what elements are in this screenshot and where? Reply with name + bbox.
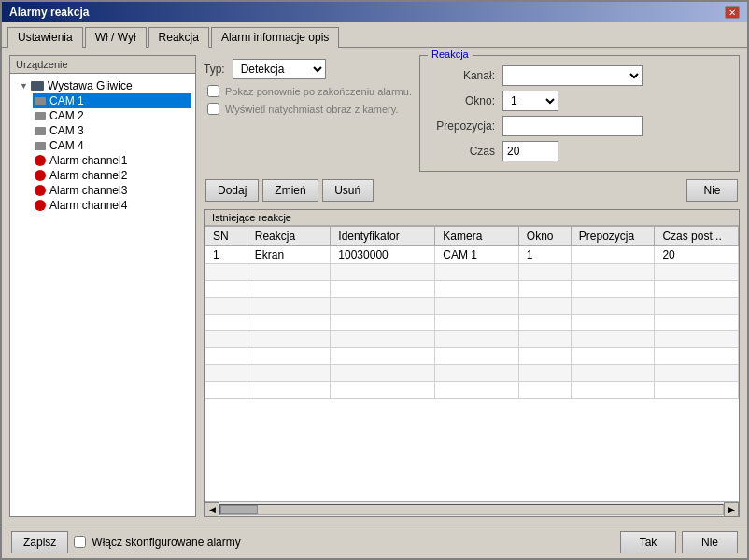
prepozycja-input[interactable]: [502, 116, 643, 136]
reakcja-form: Kanał: Okno: 1234 Prepozycja:: [430, 65, 729, 161]
bottom-right: Tak Nie: [620, 531, 738, 553]
col-reakcja: Reakcja: [247, 227, 331, 246]
checkbox2-input[interactable]: [207, 103, 219, 115]
camera-icon-2: [35, 112, 46, 120]
bottom-checkbox-label: Włącz skonfigurowane alarmy: [92, 536, 240, 549]
checkboxes-section: Pokaz ponownie po zakończeniu alarmu. Wy…: [204, 85, 412, 115]
checkbox2-label: Wyświetl natychmiast obraz z kamery.: [225, 104, 399, 115]
alarm-icon-3: [35, 185, 46, 196]
tree-alarm2[interactable]: Alarm channel2: [33, 168, 191, 183]
tab-wl-wyl[interactable]: Wł / Wył: [85, 27, 147, 48]
cell-kamera: CAM 1: [435, 246, 519, 264]
col-kamera: Kamera: [435, 227, 519, 246]
table-row: [205, 281, 739, 298]
prepozycja-control: [502, 116, 729, 136]
table-row: [205, 365, 739, 382]
tree-cam1-label: CAM 1: [49, 94, 84, 107]
table-header-row: SN Reakcja Identyfikator Kamera Okno Pre…: [205, 227, 739, 246]
window-title: Alarmy reakcja: [9, 6, 89, 19]
scroll-right-button[interactable]: ▶: [724, 502, 739, 517]
alarm-icon-1: [35, 155, 46, 166]
typ-select[interactable]: DetekcjaAlarmRuch: [233, 59, 326, 79]
okno-label: Okno:: [430, 94, 495, 107]
tree-cam3[interactable]: CAM 3: [33, 123, 191, 138]
typ-section: Typ: DetekcjaAlarmRuch Pokaz ponownie po…: [204, 55, 412, 115]
h-scrollbar-track[interactable]: [219, 504, 724, 515]
czas-label: Czas: [430, 145, 495, 158]
checkbox1-input[interactable]: [207, 85, 219, 97]
cell-okno: 1: [518, 246, 571, 264]
tree-cam3-label: CAM 3: [49, 124, 84, 137]
table-row[interactable]: 1 Ekran 10030000 CAM 1 1 20: [205, 246, 739, 264]
existing-reactions-panel: Istniejące reakcje SN Reakcja Identyfika…: [204, 209, 740, 517]
typ-label: Typ:: [204, 63, 225, 76]
camera-icon-1: [35, 97, 46, 105]
okno-select[interactable]: 1234: [502, 91, 558, 111]
col-czas-post: Czas post...: [655, 227, 739, 246]
scroll-left-button[interactable]: ◀: [205, 502, 219, 517]
zapisz-button[interactable]: Zapisz: [11, 531, 68, 553]
table-row: [205, 298, 739, 315]
table-row: [205, 264, 739, 281]
cell-prepozycja: [571, 246, 655, 264]
tak-button[interactable]: Tak: [620, 531, 676, 553]
tree-alarm3-label: Alarm channel3: [49, 184, 127, 197]
tree-alarm1[interactable]: Alarm channel1: [33, 153, 191, 168]
cell-czas-post: 20: [655, 246, 739, 264]
reakcja-group-title: Reakcja: [428, 49, 473, 60]
cell-identyfikator: 10030000: [331, 246, 435, 264]
tab-alarm-info[interactable]: Alarm informacje opis: [211, 27, 339, 48]
table-row: [205, 315, 739, 331]
cell-sn: 1: [205, 246, 247, 264]
main-window: Alarmy reakcja ✕ Ustawienia Wł / Wył Rea…: [0, 0, 749, 560]
tree-root-label: Wystawa Gliwice: [48, 79, 133, 92]
tabs-bar: Ustawienia Wł / Wył Reakcja Alarm inform…: [2, 22, 747, 48]
kanal-select[interactable]: [502, 65, 643, 86]
bottom-bar: Zapisz Włącz skonfigurowane alarmy Tak N…: [2, 525, 747, 558]
right-content: Typ: DetekcjaAlarmRuch Pokaz ponownie po…: [204, 55, 740, 517]
device-panel: Urządzenie ▼ Wystawa Gliwice: [9, 55, 196, 517]
table-scroll-area[interactable]: SN Reakcja Identyfikator Kamera Okno Pre…: [205, 226, 739, 501]
checkbox1-row: Pokaz ponownie po zakończeniu alarmu.: [207, 85, 412, 97]
zmien-button[interactable]: Zmień: [262, 179, 318, 202]
checkbox1-label: Pokaz ponownie po zakończeniu alarmu.: [225, 86, 412, 97]
action-buttons-row: Dodaj Zmień Usuń Nie: [204, 179, 740, 202]
title-bar: Alarmy reakcja ✕: [2, 2, 747, 22]
main-content: Urządzenie ▼ Wystawa Gliwice: [2, 48, 747, 525]
h-scrollbar-area: ◀ ▶: [205, 501, 739, 516]
close-button[interactable]: ✕: [725, 6, 740, 19]
tree-alarm2-label: Alarm channel2: [49, 169, 127, 182]
tree-alarm1-label: Alarm channel1: [49, 154, 127, 167]
tree-root-item[interactable]: ▼ Wystawa Gliwice: [18, 78, 191, 93]
col-identyfikator: Identyfikator: [331, 227, 435, 246]
tree-cam1[interactable]: CAM 1: [33, 93, 191, 108]
bottom-left: Zapisz Włącz skonfigurowane alarmy: [11, 531, 241, 553]
top-section: Typ: DetekcjaAlarmRuch Pokaz ponownie po…: [204, 55, 740, 172]
tree-cam2[interactable]: CAM 2: [33, 108, 191, 123]
alarm-icon-4: [35, 200, 46, 211]
tree-cam4[interactable]: CAM 4: [33, 138, 191, 153]
nie-button[interactable]: Nie: [682, 531, 738, 553]
tab-ustawienia[interactable]: Ustawienia: [7, 27, 83, 48]
dodaj-button[interactable]: Dodaj: [205, 179, 259, 202]
reactions-table: SN Reakcja Identyfikator Kamera Okno Pre…: [205, 226, 739, 399]
table-row: [205, 382, 739, 399]
camera-icon-3: [35, 127, 46, 135]
kanal-label: Kanał:: [430, 69, 495, 82]
tree-alarm4[interactable]: Alarm channel4: [33, 198, 191, 213]
prepozycja-label: Prepozycja:: [430, 119, 495, 133]
existing-title: Istniejące reakcje: [205, 210, 739, 226]
device-panel-title: Urządzenie: [10, 56, 195, 74]
checkbox2-row: Wyświetl natychmiast obraz z kamery.: [207, 103, 412, 115]
bottom-checkbox[interactable]: [74, 536, 86, 548]
tree-alarm4-label: Alarm channel4: [49, 199, 127, 212]
nie-right-button[interactable]: Nie: [686, 179, 738, 202]
usun-button[interactable]: Usuń: [322, 179, 374, 202]
device-tree: ▼ Wystawa Gliwice CAM 1: [10, 74, 195, 516]
kanal-control: [502, 65, 729, 86]
tree-cam2-label: CAM 2: [49, 109, 84, 122]
tree-alarm3[interactable]: Alarm channel3: [33, 183, 191, 198]
tab-reakcja[interactable]: Reakcja: [148, 27, 209, 48]
dvr-icon: [31, 81, 44, 91]
czas-input[interactable]: [502, 141, 558, 161]
